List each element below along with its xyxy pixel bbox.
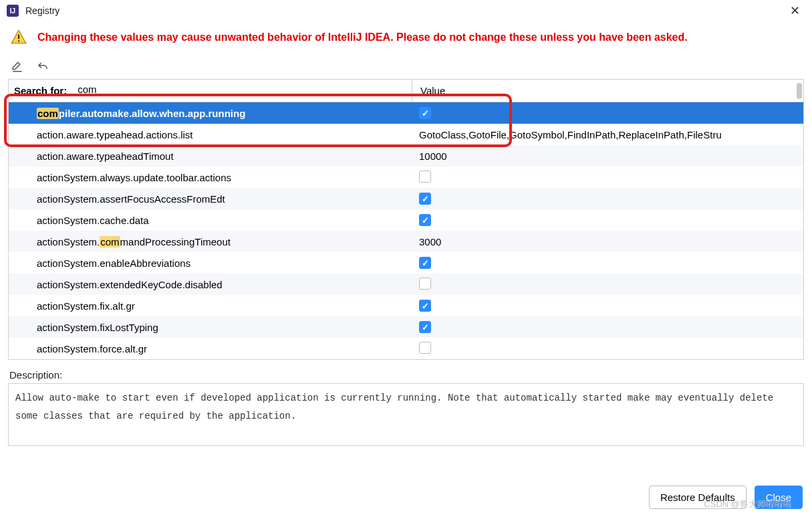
svg-rect-0 xyxy=(18,35,19,39)
checkbox[interactable] xyxy=(419,321,431,333)
registry-key: actionSystem.fixLostTyping xyxy=(9,322,412,333)
registry-key: action.aware.typeaheadTimout xyxy=(9,150,412,162)
registry-key: actionSystem.extendedKeyCode.disabled xyxy=(9,279,412,290)
table-row[interactable]: actionSystem.fixLostTyping xyxy=(9,316,803,338)
checkbox[interactable] xyxy=(419,193,431,205)
checkbox[interactable] xyxy=(419,214,431,226)
registry-key: actionSystem.assertFocusAccessFromEdt xyxy=(9,193,412,205)
registry-value[interactable] xyxy=(412,193,803,205)
table-row[interactable]: actionSystem.cache.data xyxy=(9,209,803,231)
warning-bar: Changing these values may cause unwanted… xyxy=(0,21,812,59)
titlebar: IJ Registry ✕ xyxy=(0,0,812,21)
description-label: Description: xyxy=(9,369,803,381)
registry-value[interactable] xyxy=(412,107,803,120)
close-button[interactable]: Close xyxy=(755,486,803,509)
checkbox[interactable] xyxy=(419,257,431,269)
registry-key: action.aware.typeahead.actions.list xyxy=(9,129,412,140)
checkbox[interactable] xyxy=(419,171,431,183)
table-row[interactable]: actionSystem.force.alt.gr xyxy=(9,338,803,359)
checkbox[interactable] xyxy=(419,278,431,290)
window-title: Registry xyxy=(25,5,59,16)
registry-key: actionSystem.fix.alt.gr xyxy=(9,300,412,312)
registry-value[interactable] xyxy=(412,342,803,356)
table-row[interactable]: actionSystem.commandProcessingTimeout300… xyxy=(9,231,803,252)
toolbar xyxy=(0,59,812,79)
registry-value[interactable] xyxy=(412,171,803,185)
table-body[interactable]: compiler.automake.allow.when.app.running… xyxy=(9,102,803,360)
registry-key: actionSystem.enableAbbreviations xyxy=(9,257,412,269)
table-header: Search for: com Value xyxy=(9,80,803,102)
close-icon[interactable]: ✕ xyxy=(785,3,805,18)
undo-icon[interactable] xyxy=(36,60,49,74)
dialog-footer: Restore Defaults Close xyxy=(649,486,803,509)
registry-value[interactable] xyxy=(412,300,803,312)
registry-table: Search for: com Value compiler.automake.… xyxy=(8,79,804,360)
registry-key: actionSystem.always.update.toolbar.actio… xyxy=(9,172,412,183)
registry-value[interactable]: GotoClass,GotoFile,GotoSymbol,FindInPath… xyxy=(412,129,803,140)
search-header: Search for: com xyxy=(9,80,412,102)
registry-value[interactable] xyxy=(412,214,803,227)
edit-icon[interactable] xyxy=(11,60,24,74)
table-row[interactable]: actionSystem.always.update.toolbar.actio… xyxy=(9,167,803,188)
app-icon: IJ xyxy=(7,5,19,17)
table-row[interactable]: action.aware.typeaheadTimout10000 xyxy=(9,145,803,167)
search-label: Search for: xyxy=(14,85,74,96)
svg-rect-1 xyxy=(18,40,19,41)
checkbox[interactable] xyxy=(419,107,431,119)
table-row[interactable]: action.aware.typeahead.actions.listGotoC… xyxy=(9,124,803,145)
checkbox[interactable] xyxy=(419,342,431,354)
registry-key: actionSystem.cache.data xyxy=(9,215,412,226)
value-header: Value xyxy=(412,80,803,102)
registry-value[interactable] xyxy=(412,321,803,334)
registry-key: actionSystem.force.alt.gr xyxy=(9,343,412,354)
table-row[interactable]: actionSystem.fix.alt.gr xyxy=(9,295,803,316)
warning-icon xyxy=(9,28,28,47)
table-row[interactable]: actionSystem.extendedKeyCode.disabled xyxy=(9,274,803,295)
registry-value[interactable]: 10000 xyxy=(412,150,803,162)
checkbox[interactable] xyxy=(419,300,431,312)
registry-value[interactable] xyxy=(412,257,803,270)
search-input[interactable]: com xyxy=(74,82,107,100)
registry-value[interactable]: 3000 xyxy=(412,236,803,247)
registry-value[interactable] xyxy=(412,278,803,292)
description-box: Allow auto-make to start even if develop… xyxy=(8,383,804,446)
table-row[interactable]: actionSystem.enableAbbreviations xyxy=(9,252,803,274)
warning-text: Changing these values may cause unwanted… xyxy=(37,31,688,43)
restore-defaults-button[interactable]: Restore Defaults xyxy=(649,486,747,509)
registry-key: actionSystem.commandProcessingTimeout xyxy=(9,236,412,247)
registry-key: compiler.automake.allow.when.app.running xyxy=(9,108,412,119)
table-row[interactable]: actionSystem.assertFocusAccessFromEdt xyxy=(9,188,803,209)
table-row[interactable]: compiler.automake.allow.when.app.running xyxy=(9,102,803,124)
